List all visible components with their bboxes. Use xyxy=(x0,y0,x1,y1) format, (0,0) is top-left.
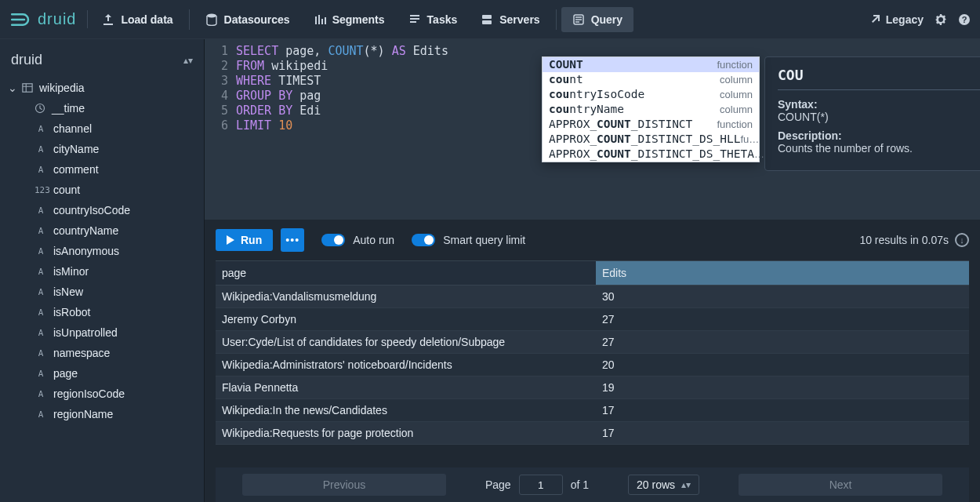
brand[interactable]: druid xyxy=(9,10,88,28)
column-name: isUnpatrolled xyxy=(53,326,118,339)
autocomplete-item[interactable]: COUNTfunction xyxy=(543,57,759,72)
column-item[interactable]: Apage xyxy=(0,363,204,384)
sidebar-header[interactable]: druid ▴▾ xyxy=(0,45,204,76)
column-item[interactable]: AcountryName xyxy=(0,220,204,241)
column-name: isNew xyxy=(53,286,83,298)
column-item[interactable]: AregionIsoCode xyxy=(0,384,204,404)
legacy-link[interactable]: Legacy xyxy=(869,13,924,26)
next-button[interactable]: Next xyxy=(739,474,942,496)
column-item[interactable]: AisRobot xyxy=(0,302,204,322)
table-row[interactable]: Jeremy Corbyn27 xyxy=(216,308,969,331)
table-row[interactable]: Flavia Pennetta19 xyxy=(216,376,969,399)
autocomplete-item[interactable]: countryIsoCodecolumn xyxy=(543,87,759,102)
previous-button[interactable]: Previous xyxy=(242,474,446,496)
autocomplete-item[interactable]: APPROX_COUNT_DISTINCTfunction xyxy=(543,117,759,132)
druid-logo-icon xyxy=(9,12,31,27)
rows-per-page-select[interactable]: 20 rows ▴▾ xyxy=(628,475,699,495)
table-icon xyxy=(22,82,33,93)
nav-tasks-label: Tasks xyxy=(427,13,458,26)
auto-run-toggle[interactable]: Auto run xyxy=(321,234,394,246)
nav-segments[interactable]: Segments xyxy=(303,7,396,32)
column-item[interactable]: AisAnonymous xyxy=(0,241,204,261)
nav-query-label: Query xyxy=(591,13,622,26)
datasource-item[interactable]: ⌄wikipedia xyxy=(0,78,204,98)
cell-edits: 19 xyxy=(596,376,969,398)
column-item[interactable]: AregionName xyxy=(0,404,204,424)
svg-rect-1 xyxy=(482,15,492,19)
autocomplete-item[interactable]: countcolumn xyxy=(543,72,759,87)
cell-page: Wikipedia:Vandalismusmeldung xyxy=(216,286,596,307)
nav-servers[interactable]: Servers xyxy=(470,7,550,32)
results-header: page Edits xyxy=(216,260,969,286)
string-type-icon: A xyxy=(34,287,47,297)
autocomplete-kind: column xyxy=(720,102,753,117)
cell-edits: 20 xyxy=(596,354,969,376)
download-icon[interactable]: ↓ xyxy=(955,233,969,247)
column-item[interactable]: Achannel xyxy=(0,118,204,139)
nav-load-data-label: Load data xyxy=(121,13,172,26)
nav-datasources[interactable]: Datasources xyxy=(194,7,301,32)
string-type-icon: A xyxy=(34,267,47,277)
sidebar-title: druid xyxy=(11,52,183,68)
sql-editor[interactable]: 123456 SELECT page, COUNT(*) AS EditsFRO… xyxy=(205,39,980,220)
nav-separator xyxy=(556,9,557,30)
table-row[interactable]: User:Cyde/List of candidates for speedy … xyxy=(216,331,969,354)
smart-limit-toggle[interactable]: Smart query limit xyxy=(412,234,525,246)
doc-syntax-label: Syntax: xyxy=(778,98,980,111)
nav-tasks[interactable]: Tasks xyxy=(397,7,469,32)
table-row[interactable]: Wikipedia:Vandalismusmeldung30 xyxy=(216,286,969,308)
cell-page: Wikipedia:Requests for page protection xyxy=(216,422,596,444)
column-item[interactable]: AcityName xyxy=(0,139,204,159)
column-name: regionIsoCode xyxy=(53,387,125,400)
nav-separator xyxy=(189,9,190,30)
column-name: comment xyxy=(53,163,99,176)
column-name: regionName xyxy=(53,408,113,420)
column-name: countryIsoCode xyxy=(53,204,130,216)
column-name: cityName xyxy=(53,143,99,155)
editor-gutter: 123456 xyxy=(205,44,236,133)
autocomplete-kind: fu… xyxy=(740,132,759,147)
column-item[interactable]: AcountryIsoCode xyxy=(0,200,204,220)
column-name: channel xyxy=(53,122,92,135)
nav-query[interactable]: Query xyxy=(561,7,633,32)
autocomplete-item[interactable]: APPROX_COUNT_DISTINCT_DS_HLLfu… xyxy=(543,132,759,147)
column-item[interactable]: AisMinor xyxy=(0,261,204,282)
sort-icon[interactable]: ▴▾ xyxy=(183,55,193,66)
column-item[interactable]: 123count xyxy=(0,180,204,200)
column-header-page[interactable]: page xyxy=(216,261,596,285)
column-item[interactable]: __time xyxy=(0,98,204,118)
string-type-icon: A xyxy=(34,328,47,338)
legacy-label: Legacy xyxy=(886,13,924,26)
table-row[interactable]: Wikipedia:In the news/Candidates17 xyxy=(216,399,969,422)
column-item[interactable]: AisNew xyxy=(0,282,204,302)
nav-load-data[interactable]: Load data xyxy=(91,7,183,32)
run-label: Run xyxy=(241,234,262,246)
page-of-label: of 1 xyxy=(571,478,589,491)
run-more-button[interactable]: ••• xyxy=(281,228,304,252)
cell-page: User:Cyde/List of candidates for speedy … xyxy=(216,331,596,353)
column-item[interactable]: Acomment xyxy=(0,159,204,180)
query-icon xyxy=(572,13,585,26)
string-type-icon: A xyxy=(34,144,47,155)
column-header-edits[interactable]: Edits xyxy=(596,261,969,285)
switch-icon[interactable] xyxy=(412,234,435,246)
column-item[interactable]: AisUnpatrolled xyxy=(0,322,204,343)
string-type-icon: A xyxy=(34,124,47,134)
run-button[interactable]: Run xyxy=(216,229,273,251)
gear-icon[interactable] xyxy=(935,13,947,26)
autocomplete-item[interactable]: countryNamecolumn xyxy=(543,102,759,117)
doc-syntax: COUNT(*) xyxy=(778,111,980,123)
help-icon[interactable]: ? xyxy=(958,13,971,26)
string-type-icon: A xyxy=(34,226,47,236)
string-type-icon: A xyxy=(34,206,47,216)
table-row[interactable]: Wikipedia:Requests for page protection17 xyxy=(216,422,969,445)
switch-icon[interactable] xyxy=(321,234,345,246)
page-input[interactable] xyxy=(519,475,563,495)
table-row[interactable]: Wikipedia:Administrators' noticeboard/In… xyxy=(216,354,969,376)
autocomplete-popup[interactable]: COUNTfunctioncountcolumncountryIsoCodeco… xyxy=(542,56,760,162)
autocomplete-item[interactable]: APPROX_COUNT_DISTINCT_DS_THETA… xyxy=(543,147,759,162)
column-item[interactable]: Anamespace xyxy=(0,343,204,363)
results-body[interactable]: Wikipedia:Vandalismusmeldung30Jeremy Cor… xyxy=(216,286,969,467)
schema-sidebar: druid ▴▾ ⌄wikipedia__timeAchannelAcityNa… xyxy=(0,39,205,502)
autocomplete-label: countryName xyxy=(549,102,624,117)
